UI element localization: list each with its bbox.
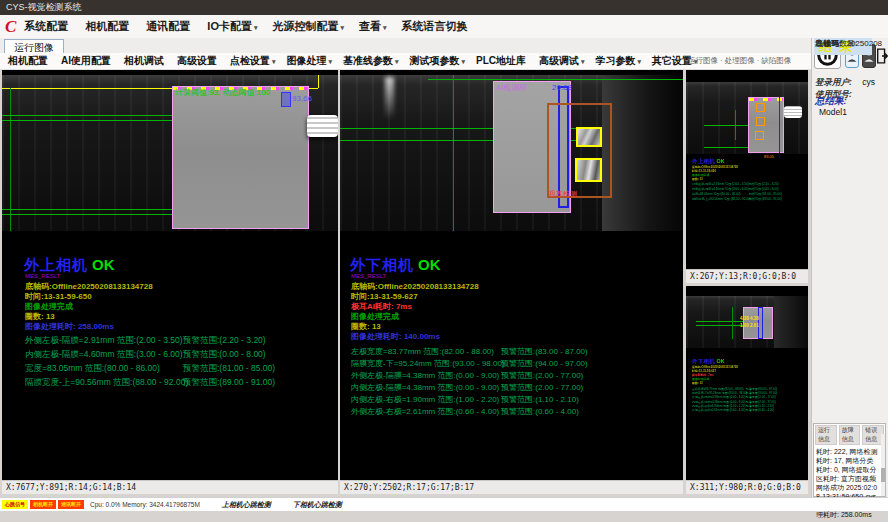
overlay-green-vline [453,75,454,231]
mes-label: MES_RESLT [25,273,60,279]
menu-items: 系统配置 相机配置 通讯配置 IO卡配置▾ 光源控制配置▾ 查看▾ 系统语言切换 [24,19,484,34]
lower-camera-heartbeat: 下相机心跳检测 [293,500,342,510]
measurement-row: 左极宽度=83.77mm 范围:(82.00 - 88.00) 预警范围:(83… [351,346,588,358]
warning-range: 预警范围:(1.10 - 2.10) [501,394,579,406]
model-value: Model1 [819,107,847,117]
menu-item[interactable]: 相机配置 [85,19,131,34]
machinery-shadow [774,296,808,348]
measurement-value: 内侧左极-隔膜=4.38mm 范围:(0.00 - 9.00) [351,382,501,394]
chevron-down-icon: ▾ [272,58,276,65]
menu-item[interactable]: 通讯配置 [146,19,192,34]
camera-panel-lower: AI检测框 20.68 极耳检测 外下相机OK MES_RESLT 底轴码:Of… [340,70,683,494]
app-logo-icon: C [5,17,16,37]
chevron-down-icon: ▾ [395,58,399,65]
measurement-rows: 外侧左极-隔膜=2.91mm 范围:(2.00 - 3.50) 预警范围:(2.… [25,335,275,391]
mes-label: MES_RESLT [351,273,386,279]
window-title: CYS-视觉检测系统 [6,2,82,12]
measurement-value: 隔膜宽度-上=90.56mm 范围:(88.00 - 92.00) [25,377,183,391]
scrollbar-thumb[interactable] [881,468,885,482]
warning-range: 预警范围:(2.00 - 77.00) [501,382,583,394]
view-mode-hint: 运行图像 · 处理图像 · 缺陷图像 [688,56,791,66]
measurement-row: 外侧左极-右极=2.61mm 范围:(0.60 - 4.00) 预警范围:(0.… [351,406,588,418]
tab-roi-box-2 [575,158,602,182]
menu-item[interactable]: 系统语言切换 [402,19,470,34]
measurement-row: 宽度=83.05mm 范围:(80.00 - 86.00) 预警范围:(81.0… [25,363,275,377]
warning-range: 预警范围:(0.60 - 4.00) [501,406,579,418]
toolbar-button[interactable]: 高级设置 [177,54,219,68]
measurement-value: 外侧左极-右极=2.61mm 范围:(0.60 - 4.00) [351,406,501,418]
measurement-value: 外侧左极-隔膜=4.38mm 范围:(0.00 - 9.00) [351,370,501,382]
roi-orange-box [756,117,765,126]
thumbnail-lower-camera[interactable]: 4.38 4.38 1.90 2.61 外下相机OK 底轴码:Offline20… [686,286,808,494]
roi-value-label: 83.05 [764,154,774,159]
warning-range: 预警范围:(2.00 - 77.00) [501,370,583,382]
width-value-label: 20.68 [552,83,572,92]
toolbar-button[interactable]: 学习参数▾ [596,54,642,68]
measurement-value: 宽度=83.05mm 范围:(80.00 - 86.00) [25,363,183,377]
reflection-streak [385,77,394,119]
cursor-coordinates: X:7677;Y:891;R:14;G:14;B:14 [2,480,338,494]
overlay-blue-vline [779,97,780,153]
overlay-green-vline [735,110,736,140]
log-tab[interactable]: 运行信息 [815,425,837,445]
camera-name: 外上相机 [24,256,88,273]
status-bar: 心跳信号 相机断开 通讯断开 Cpu: 0.0% Memory: 3424.41… [0,497,888,511]
overlay-green-vline [732,307,733,339]
thumbnail-upper-camera[interactable]: 83.05 外上相机OK 底轴码:Offline2025020813313472… [686,70,808,283]
measurement-row: 外侧左极-隔膜=4.38mm 范围:(0.00 - 9.00) 预警范围:(2.… [351,370,588,382]
toolbar-button[interactable]: PLC地址库 [476,54,528,68]
result-ok-badge: OK [92,256,115,273]
clip-object [307,115,338,137]
toolbar-button[interactable]: AI使用配置 [61,54,113,68]
exit-door-icon [876,48,888,64]
chevron-down-icon: ▾ [329,58,333,65]
overlay-tick-marks [749,98,783,101]
measurement-value: 外侧左极-隔膜=2.91mm 范围:(2.00 - 3.50) [25,335,183,349]
tab-detect-label: 极耳检测 [549,189,577,199]
roi-orange-box [755,131,764,140]
status-badge: 相机断开 [30,500,56,509]
machinery-shadow [602,75,683,231]
toolbar-button[interactable]: 相机配置 [8,54,50,68]
log-scrollbar[interactable] [881,434,885,496]
roi-separator-block [172,86,309,229]
cursor-coordinates: X:267;Y:13;R:0;G:0;B:0 [686,269,808,283]
warn-overlay-line: 4.38 4.38 [740,316,759,321]
menu-item[interactable]: IO卡配置▾ [207,19,257,34]
warning-range: 预警范围:(89.00 - 91.00) [183,377,275,391]
elapsed-line: 图像处理耗时: 258.00ms [25,321,114,332]
menu-item[interactable]: 系统配置 [24,19,70,34]
log-tab[interactable]: 故障信息 [839,425,861,445]
toolbar-button[interactable]: 图像处理▾ [287,54,333,68]
camera-name: 外下相机 [350,256,414,273]
measurement-row: 内侧左极-隔膜=4.38mm 范围:(0.00 - 9.00) 预警范围:(2.… [351,382,588,394]
measurement-row: 外侧左极-隔膜=2.91mm 范围:(2.00 - 3.50) 预警范围:(2.… [25,335,275,349]
measurement-value: 左极宽度=83.77mm 范围:(82.00 - 88.00) [351,346,501,358]
status-badges: 心跳信号 相机断开 通讯断开 [2,500,86,509]
measurement-row: 隔膜宽度-上=90.56mm 范围:(88.00 - 92.00) 预警范围:(… [25,377,275,391]
chevron-down-icon: ▾ [581,58,585,65]
toolbar-button[interactable]: 点检设置▾ [230,54,276,68]
overlay-green-line [428,79,683,80]
toolbar-button[interactable]: 基准线参数▾ [343,54,399,68]
status-badge: 通讯断开 [58,500,84,509]
blue-value-label: 93,66 [292,94,312,103]
toolbar-button[interactable]: 相机调试 [124,54,166,68]
toolbar-button[interactable]: 测试项参数▾ [410,54,466,68]
thumb-image [686,82,808,154]
chevron-down-icon: ▾ [254,24,258,31]
overlay-green-line [704,147,748,148]
window-titlebar: CYS-视觉检测系统 [0,0,888,15]
menu-bar: C 系统配置 相机配置 通讯配置 IO卡配置▾ 光源控制配置▾ 查看▾ 系统语言… [0,15,888,39]
toolbar-button[interactable]: 高级调试▾ [539,54,585,68]
clip-object [784,106,802,118]
measurement-value: 内侧左极-右极=1.90mm 范围:(1.00 - 2.20) [351,394,501,406]
chevron-down-icon: ▾ [340,24,344,31]
ai-box-label: AI检测框 [496,82,528,93]
overlay-green-line [704,125,748,126]
chevron-down-icon: ▾ [462,58,466,65]
overlay-yellow-vline [318,75,319,88]
menu-item[interactable]: 光源控制配置▾ [272,19,344,34]
cursor-coordinates: X:270;Y:2502;R:17;G:17;B:17 [340,480,683,494]
menu-item[interactable]: 查看▾ [359,19,387,34]
